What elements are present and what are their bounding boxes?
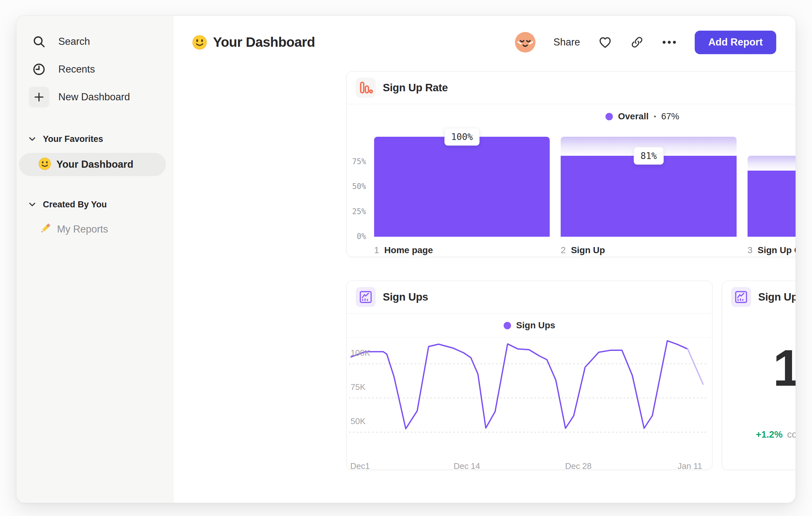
- chevron-down-icon: [29, 202, 36, 207]
- link-icon[interactable]: [630, 35, 644, 49]
- funnel-bar: [561, 156, 736, 237]
- metric-body: 100K Unique Users +1.2% compared to prev…: [722, 313, 796, 440]
- line-legend[interactable]: Sign Ups: [347, 314, 712, 338]
- line-x-tick: Dec 28: [565, 461, 591, 471]
- sign-up-rate-card: Sign Up Rate Overall • 67% 75%50%25%0%: [346, 71, 796, 257]
- smiley-emoji: [38, 157, 51, 171]
- sidebar-item-label: Search: [58, 36, 90, 47]
- more-options-icon[interactable]: [662, 39, 677, 45]
- card-title: Sign Ups Today: [758, 291, 796, 303]
- sign-ups-today-card: Sign Ups Today 100K Unique Users +1.2% c…: [722, 280, 796, 470]
- sidebar-item-new-dashboard[interactable]: New Dashboard: [17, 85, 168, 109]
- sign-ups-card: Sign Ups Sign Ups 100K75K50K Dec1Dec 14D…: [346, 280, 713, 470]
- funnel-step-bar[interactable]: 100%: [374, 137, 550, 237]
- line-y-tick: 100K: [351, 348, 370, 358]
- funnel-step-labels: 1Home page2Sign Up3Sign Up Confirmation: [374, 245, 796, 255]
- legend-separator: •: [654, 113, 656, 120]
- funnel-y-tick: 0%: [357, 232, 366, 241]
- main-content: Your Dashboard Share: [173, 16, 795, 503]
- page-title: Your Dashboard: [213, 34, 315, 50]
- sidebar-item-my-reports[interactable]: My Reports: [38, 218, 108, 241]
- share-button[interactable]: Share: [554, 36, 580, 48]
- funnel-step-label: 3Sign Up Confirmation: [748, 245, 796, 255]
- metric-value: 100K: [773, 342, 796, 394]
- pencil-emoji: [38, 222, 52, 237]
- legend-series-label: Sign Ups: [516, 320, 555, 331]
- heart-icon[interactable]: [598, 35, 612, 49]
- line-series-faded-tail: [688, 349, 703, 384]
- header-actions: Share Add Report: [515, 31, 777, 54]
- funnel-step-label: 2Sign Up: [561, 245, 736, 255]
- card-header: Sign Up Rate: [347, 72, 796, 104]
- funnel-legend[interactable]: Overall • 67%: [347, 104, 796, 129]
- line-y-tick: 50K: [351, 416, 366, 426]
- app-window: Search Recents New Dashboard Your Favori: [16, 16, 796, 503]
- funnel-y-tick: 75%: [352, 157, 366, 166]
- line-plot: 100K75K50K: [349, 339, 706, 453]
- funnel-step-bar[interactable]: 82%: [748, 137, 796, 237]
- line-series: [351, 341, 688, 429]
- search-icon: [29, 31, 49, 52]
- sidebar-item-label: My Reports: [57, 223, 108, 235]
- card-header: Sign Ups Today: [722, 281, 796, 313]
- line-y-tick: 75K: [351, 382, 366, 392]
- sidebar-section-your-favorites[interactable]: Your Favorites: [17, 130, 168, 148]
- avatar[interactable]: [515, 32, 535, 53]
- sidebar-item-label: New Dashboard: [58, 91, 130, 103]
- funnel-step-index: 3: [748, 245, 753, 255]
- sidebar: Search Recents New Dashboard Your Favori: [17, 16, 173, 503]
- plus-icon: [29, 87, 49, 107]
- sidebar-section-title: Created By You: [43, 200, 107, 210]
- card-header: Sign Ups: [347, 281, 712, 313]
- line-x-tick: Dec 14: [454, 461, 480, 471]
- delta-value: +1.2%: [756, 429, 783, 440]
- card-title: Sign Ups: [383, 291, 428, 303]
- funnel-bar-ghost: [748, 156, 796, 171]
- funnel-y-tick: 50%: [352, 182, 366, 191]
- line-chart-icon: [731, 287, 751, 307]
- delta-note: compared to previous period: [787, 429, 796, 440]
- funnel-step-index: 2: [561, 245, 566, 255]
- sidebar-section-created-by-you[interactable]: Created By You: [17, 195, 168, 214]
- funnel-bar: [374, 137, 550, 237]
- legend-value: 67%: [661, 111, 679, 121]
- add-report-button[interactable]: Add Report: [695, 31, 776, 54]
- metric-delta: +1.2% compared to previous period: [756, 429, 796, 440]
- funnel-y-axis: 75%50%25%0%: [347, 137, 366, 237]
- sidebar-section-title: Your Favorites: [43, 134, 103, 144]
- sidebar-item-your-dashboard[interactable]: Your Dashboard: [19, 153, 166, 176]
- funnel-y-tick: 25%: [352, 207, 366, 216]
- sidebar-item-label: Recents: [58, 63, 95, 75]
- sidebar-item-search[interactable]: Search: [17, 30, 168, 54]
- chevron-down-icon: [29, 137, 36, 141]
- line-x-tick: Jan 11: [678, 461, 702, 471]
- sidebar-item-label: Your Dashboard: [56, 159, 134, 170]
- funnel-conversion-badge: 81%: [634, 147, 664, 164]
- line-x-axis: Dec1Dec 14Dec 28Jan 11: [349, 461, 706, 472]
- legend-dot: [504, 322, 511, 329]
- funnel-step-label: 1Home page: [374, 245, 550, 255]
- card-title: Sign Up Rate: [383, 82, 448, 94]
- bar-chart-icon: [356, 78, 376, 98]
- funnel-step-bar[interactable]: 81%: [561, 137, 736, 237]
- funnel-step-name: Sign Up: [571, 245, 605, 255]
- page-header: Your Dashboard Share: [190, 29, 776, 55]
- funnel-bar: [748, 171, 796, 237]
- funnel-plot: 75%50%25%0% 100%81%82%: [374, 137, 796, 237]
- line-x-tick: Dec1: [350, 461, 370, 471]
- sidebar-item-recents[interactable]: Recents: [17, 57, 168, 81]
- clock-icon: [29, 59, 49, 80]
- funnel-step-name: Home page: [384, 245, 433, 255]
- legend-series-label: Overall: [618, 111, 649, 121]
- funnel-step-index: 1: [374, 245, 379, 255]
- smiley-emoji: [192, 35, 207, 50]
- legend-dot: [605, 113, 613, 120]
- funnel-step-name: Sign Up Confirmation: [758, 245, 796, 255]
- funnel-conversion-badge: 100%: [444, 128, 480, 146]
- line-chart-icon: [356, 287, 376, 307]
